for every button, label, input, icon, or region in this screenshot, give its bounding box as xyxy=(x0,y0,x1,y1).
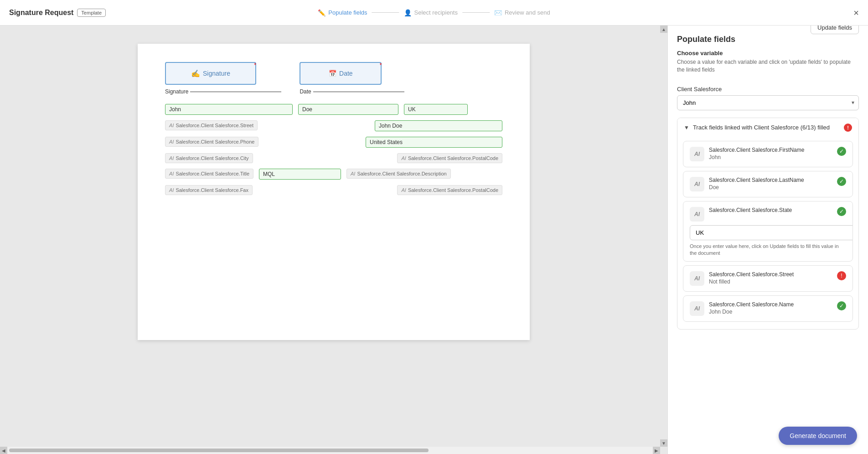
scroll-right-arrow[interactable]: ▶ xyxy=(653,447,660,454)
client-select[interactable]: John xyxy=(677,95,859,110)
state-content: Salesforce.Client Salesforce.State xyxy=(709,207,832,213)
ai-postal-field: AI Salesforce.Client Salesforce.PostalCo… xyxy=(397,153,502,163)
name-field-name: Salesforce.Client Salesforce.Name xyxy=(709,301,832,308)
edit-icon: ✏️ xyxy=(318,9,326,16)
state-input[interactable] xyxy=(690,225,853,240)
field-card-street: AI Salesforce.Client Salesforce.Street N… xyxy=(683,265,853,292)
mail-icon: ✉️ xyxy=(494,9,502,16)
h-scrollbar[interactable] xyxy=(7,447,653,454)
john-input[interactable]: John xyxy=(165,104,293,115)
date-field-label: Date xyxy=(339,70,353,77)
date-field[interactable]: * 📅 Date xyxy=(300,62,382,85)
name-value: John Doe xyxy=(709,309,832,315)
generate-document-button[interactable]: Generate document xyxy=(779,427,857,445)
steps-nav: ✏️ Populate fields 👤 Select recipients ✉… xyxy=(309,9,559,16)
check-icon-name: ✓ xyxy=(837,301,846,310)
right-panel: Update fields Populate fields Choose var… xyxy=(667,26,868,454)
date-col: * 📅 Date Date xyxy=(300,62,404,95)
state-hint: Once you enter value here, click on Upda… xyxy=(683,243,852,262)
john-value: John xyxy=(169,106,181,113)
uk-input[interactable]: UK xyxy=(404,104,468,115)
scroll-down-arrow[interactable]: ▼ xyxy=(660,439,667,447)
ai-fax-label: Salesforce.Client Salesforce.Fax xyxy=(176,187,248,193)
state-name: Salesforce.Client Salesforce.State xyxy=(709,207,832,213)
error-icon-street: ! xyxy=(837,271,846,280)
ai-city-field: AI Salesforce.Client Salesforce.City xyxy=(165,153,253,163)
ai-postal2-field: AI Salesforce.Client Salesforce.PostalCo… xyxy=(397,185,502,195)
ai-badge-lastname: AI xyxy=(690,177,704,191)
field-card-firstname: AI Salesforce.Client Salesforce.FirstNam… xyxy=(683,141,853,167)
ai-street-field: AI Salesforce.Client Salesforce.Street xyxy=(165,120,258,130)
fields-area: John Doe UK AI Salesforce.Client xyxy=(165,104,502,195)
header: Signature Request Template ✏️ Populate f… xyxy=(0,0,868,26)
name-content: Salesforce.Client Salesforce.Name John D… xyxy=(709,301,832,315)
track-header[interactable]: ▼ Track fields linked with Client Salesf… xyxy=(677,118,858,137)
signature-date-row: * ✍ Signature Signature * 📅 xyxy=(165,62,502,95)
ai-icon-5: AI xyxy=(169,171,174,176)
template-badge: Template xyxy=(77,9,106,17)
ai-icon-2: AI xyxy=(169,139,174,144)
fields-row-5: AI Salesforce.Client Salesforce.Title MQ… xyxy=(165,169,502,180)
document-area: ▲ * ✍ Signature Signature xyxy=(0,26,667,454)
sig-underline-label: Signature xyxy=(165,88,188,95)
signature-field[interactable]: * ✍ Signature xyxy=(165,62,256,85)
ai-city-label: Salesforce.Client Salesforce.City xyxy=(176,155,248,161)
track-error-badge: ! xyxy=(844,124,852,132)
state-status: ✓ xyxy=(837,207,846,216)
ai-postal2-label: Salesforce.Client Salesforce.PostalCode xyxy=(408,187,498,193)
h-scrollbar-thumb[interactable] xyxy=(9,449,429,452)
name-status: ✓ xyxy=(837,301,846,310)
signature-field-label: Signature xyxy=(203,70,230,77)
fields-row-2: AI Salesforce.Client Salesforce.Street J… xyxy=(165,120,502,131)
calendar-icon: 📅 xyxy=(329,70,336,77)
ai-fax-field: AI Salesforce.Client Salesforce.Fax xyxy=(165,185,253,195)
signature-col: * ✍ Signature Signature xyxy=(165,62,281,95)
street-content: Salesforce.Client Salesforce.Street Not … xyxy=(709,271,832,285)
street-value: Not filled xyxy=(709,279,832,285)
ai-icon-4: AI xyxy=(401,155,406,161)
step-review[interactable]: ✉️ Review and send xyxy=(485,9,559,16)
choose-variable-desc: Choose a value for each variable and cli… xyxy=(677,58,859,74)
john-doe-input[interactable]: John Doe xyxy=(375,120,502,131)
firstname-value: John xyxy=(709,154,832,160)
signature-icon: ✍ xyxy=(191,69,200,78)
person-icon: 👤 xyxy=(404,9,412,16)
close-button[interactable]: × xyxy=(853,8,859,17)
ai-desc-field: AI Salesforce.Client Salesforce.Descript… xyxy=(346,169,451,179)
step-recipients-label: Select recipients xyxy=(414,9,458,16)
ai-icon-7: AI xyxy=(169,187,174,193)
street-name: Salesforce.Client Salesforce.Street xyxy=(709,271,832,278)
doc-scroll[interactable]: * ✍ Signature Signature * 📅 xyxy=(0,26,667,454)
main-layout: ▲ * ✍ Signature Signature xyxy=(0,26,868,454)
ai-title-label: Salesforce.Client Salesforce.Title xyxy=(176,171,249,176)
ai-desc-label: Salesforce.Client Salesforce.Description xyxy=(357,171,446,176)
chevron-icon: ▼ xyxy=(684,124,689,131)
step-populate[interactable]: ✏️ Populate fields xyxy=(309,9,376,16)
ai-icon-1: AI xyxy=(169,123,174,128)
scroll-left-arrow[interactable]: ◀ xyxy=(0,447,7,454)
firstname-name: Salesforce.Client Salesforce.FirstName xyxy=(709,147,832,153)
update-fields-button[interactable]: Update fields xyxy=(811,26,859,34)
client-label: Client Salesforce xyxy=(677,86,859,93)
track-fields-section: ▼ Track fields linked with Client Salesf… xyxy=(677,118,859,330)
firstname-status: ✓ xyxy=(837,147,846,156)
sig-underline xyxy=(190,92,281,92)
ai-badge-name: AI xyxy=(690,301,704,316)
ai-postal-label: Salesforce.Client Salesforce.PostalCode xyxy=(408,155,498,161)
state-header: AI Salesforce.Client Salesforce.State ✓ xyxy=(683,201,852,225)
fields-row-1: John Doe UK xyxy=(165,104,502,115)
lastname-value: Doe xyxy=(709,184,832,191)
street-status: ! xyxy=(837,271,846,280)
lastname-content: Salesforce.Client Salesforce.LastName Do… xyxy=(709,177,832,191)
lastname-name: Salesforce.Client Salesforce.LastName xyxy=(709,177,832,183)
lastname-status: ✓ xyxy=(837,177,846,186)
scroll-up-arrow[interactable]: ▲ xyxy=(660,26,667,33)
fields-row-3: AI Salesforce.Client Salesforce.Phone Un… xyxy=(165,137,502,148)
step-recipients[interactable]: 👤 Select recipients xyxy=(395,9,467,16)
ai-icon-3: AI xyxy=(169,155,174,161)
client-select-wrapper: John ▾ xyxy=(677,95,859,110)
track-header-label: Track fields linked with Client Salesfor… xyxy=(693,124,830,131)
united-states-input[interactable]: United States xyxy=(366,137,502,148)
doe-input[interactable]: Doe xyxy=(298,104,398,115)
mql-input[interactable]: MQL xyxy=(259,169,341,180)
